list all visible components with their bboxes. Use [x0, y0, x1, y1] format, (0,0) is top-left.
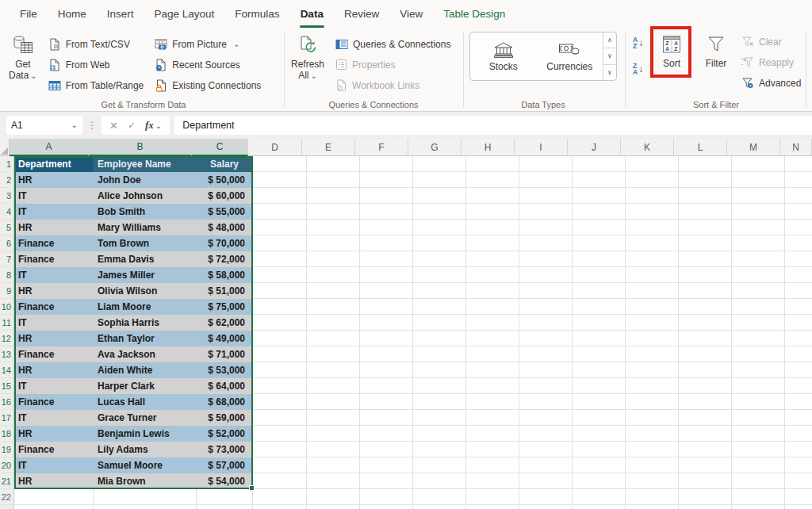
cell-H7[interactable]	[466, 251, 519, 267]
cell-A23[interactable]	[14, 505, 94, 509]
cell-C23[interactable]	[197, 505, 253, 509]
cancel-icon[interactable]: ✕	[109, 120, 118, 132]
row-header-3[interactable]: 3	[0, 188, 14, 204]
cell-M7[interactable]	[732, 251, 785, 267]
gallery-scroll-down-button[interactable]: ∨	[603, 48, 616, 63]
cell-L18[interactable]	[679, 426, 732, 442]
cell-J17[interactable]	[573, 410, 626, 426]
cell-G19[interactable]	[413, 442, 466, 457]
cell-N13[interactable]	[785, 346, 812, 362]
cell-L19[interactable]	[679, 442, 732, 457]
cell-I16[interactable]	[519, 394, 573, 410]
cell-L6[interactable]	[679, 235, 732, 251]
cell-F1[interactable]	[360, 156, 413, 172]
cell-J3[interactable]	[573, 188, 626, 204]
cell-M21[interactable]	[732, 473, 785, 489]
cell-K15[interactable]	[626, 378, 679, 394]
cell-L9[interactable]	[679, 283, 732, 299]
cell-I18[interactable]	[519, 426, 573, 442]
cell-F13[interactable]	[360, 346, 413, 362]
cell-M17[interactable]	[732, 410, 785, 426]
sort-descending-button[interactable]: ZA ↓	[631, 59, 645, 78]
cell-C13[interactable]: $ 71,000	[197, 346, 253, 362]
cell-N12[interactable]	[785, 331, 812, 346]
cell-G10[interactable]	[413, 299, 466, 315]
cell-F4[interactable]	[360, 204, 413, 220]
row-header-16[interactable]: 16	[0, 394, 14, 410]
gallery-more-button[interactable]: ∨	[603, 64, 616, 80]
cell-A4[interactable]: IT	[14, 204, 94, 220]
clear-filter-button[interactable]: Clear	[739, 33, 803, 50]
cell-L20[interactable]	[679, 457, 732, 473]
cell-H20[interactable]	[466, 457, 519, 473]
tab-table-design[interactable]: Table Design	[433, 0, 515, 28]
cell-N10[interactable]	[785, 299, 812, 315]
row-header-21[interactable]: 21	[0, 473, 14, 489]
cell-G8[interactable]	[413, 267, 466, 283]
cell-B17[interactable]: Grace Turner	[94, 410, 197, 426]
cell-D9[interactable]	[253, 283, 307, 299]
cell-M14[interactable]	[732, 362, 785, 378]
cell-J19[interactable]	[573, 442, 626, 457]
cell-G18[interactable]	[413, 426, 466, 442]
cell-N18[interactable]	[785, 426, 812, 442]
col-header-C[interactable]: C	[192, 139, 248, 156]
cell-C9[interactable]: $ 51,000	[197, 283, 253, 299]
cell-D20[interactable]	[253, 457, 307, 473]
cell-N19[interactable]	[785, 442, 812, 457]
cell-D23[interactable]	[253, 505, 307, 509]
cell-A11[interactable]: IT	[14, 315, 94, 331]
cell-N20[interactable]	[785, 457, 812, 473]
cell-F10[interactable]	[360, 299, 413, 315]
cell-C11[interactable]: $ 62,000	[197, 315, 253, 331]
cell-F7[interactable]	[360, 251, 413, 267]
cell-M6[interactable]	[732, 235, 785, 251]
advanced-filter-button[interactable]: Advanced	[739, 75, 803, 91]
cell-M8[interactable]	[732, 267, 785, 283]
tab-data[interactable]: Data	[290, 0, 334, 28]
cell-G2[interactable]	[413, 172, 466, 188]
cell-F20[interactable]	[360, 457, 413, 473]
col-header-L[interactable]: L	[674, 139, 727, 156]
cell-I6[interactable]	[519, 235, 573, 251]
cell-E10[interactable]	[307, 299, 360, 315]
row-header-22[interactable]: 22	[0, 489, 14, 505]
cell-J8[interactable]	[573, 267, 626, 283]
cell-M13[interactable]	[732, 346, 785, 362]
cell-B21[interactable]: Mia Brown	[94, 473, 197, 489]
cell-L11[interactable]	[679, 315, 732, 331]
cell-N5[interactable]	[785, 220, 812, 235]
cell-F5[interactable]	[360, 220, 413, 235]
cell-E22[interactable]	[307, 489, 360, 505]
cell-G23[interactable]	[413, 505, 466, 509]
cell-B2[interactable]: John Doe	[94, 172, 197, 188]
cell-A6[interactable]: Finance	[14, 235, 94, 251]
cell-D3[interactable]	[253, 188, 307, 204]
cell-I10[interactable]	[519, 299, 573, 315]
cell-H10[interactable]	[466, 299, 519, 315]
col-header-J[interactable]: J	[568, 139, 621, 156]
cell-G22[interactable]	[413, 489, 466, 505]
cell-M20[interactable]	[732, 457, 785, 473]
cell-H18[interactable]	[466, 426, 519, 442]
cell-K16[interactable]	[626, 394, 679, 410]
cell-J18[interactable]	[573, 426, 626, 442]
row-header-4[interactable]: 4	[0, 204, 14, 220]
cell-A2[interactable]: HR	[14, 172, 94, 188]
row-header-7[interactable]: 7	[0, 251, 14, 267]
gallery-scroll-up-button[interactable]: ∧	[603, 33, 616, 48]
cell-F14[interactable]	[360, 362, 413, 378]
cell-A18[interactable]: HR	[14, 426, 94, 442]
row-header-11[interactable]: 11	[0, 315, 14, 331]
cell-N2[interactable]	[785, 172, 812, 188]
cell-H8[interactable]	[466, 267, 519, 283]
cell-I23[interactable]	[519, 505, 573, 509]
col-header-H[interactable]: H	[462, 139, 515, 156]
tab-review[interactable]: Review	[334, 0, 389, 28]
cell-B4[interactable]: Bob Smith	[94, 204, 197, 220]
cell-F15[interactable]	[360, 378, 413, 394]
select-all-button[interactable]	[0, 139, 10, 156]
cell-L13[interactable]	[679, 346, 732, 362]
sort-button[interactable]: Z A A Z Sort	[655, 31, 688, 71]
cell-N15[interactable]	[785, 378, 812, 394]
